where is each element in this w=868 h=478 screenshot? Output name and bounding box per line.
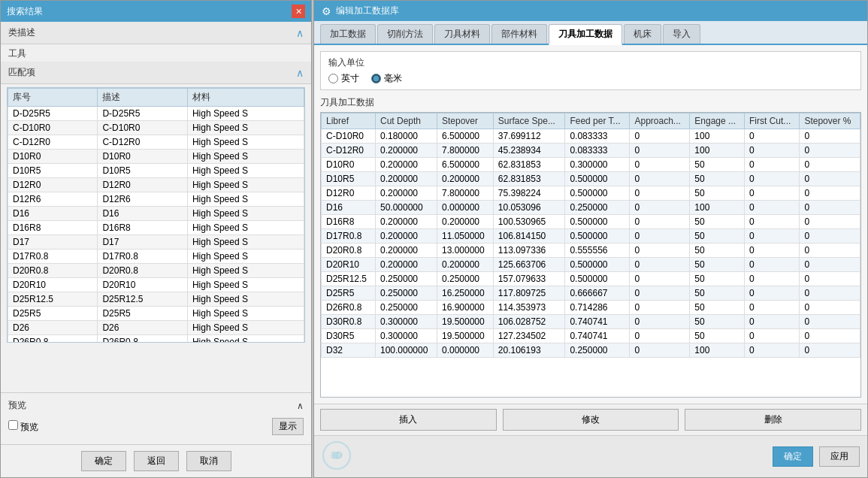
table-row[interactable]: D25R50.25000016.250000117.8097250.666667… bbox=[322, 286, 860, 301]
cell-material: High Speed S bbox=[187, 235, 304, 250]
table-row[interactable]: D26R0.80.25000016.900000114.3539730.7142… bbox=[322, 301, 860, 315]
category-label: 类描述 bbox=[8, 26, 35, 39]
table-row[interactable]: D10R00.2000006.50000062.8318530.30000005… bbox=[322, 158, 860, 172]
list-item[interactable]: D16R8D16R8High Speed S bbox=[8, 221, 304, 235]
table-cell: 62.831853 bbox=[493, 172, 565, 186]
table-row[interactable]: D20R0.80.20000013.000000113.0973360.5555… bbox=[322, 244, 860, 258]
table-cell: 50 bbox=[690, 158, 745, 172]
tab-1[interactable]: 切削方法 bbox=[377, 24, 433, 44]
table-cell: 0 bbox=[630, 201, 690, 215]
list-item[interactable]: D25R5D25R5High Speed S bbox=[8, 307, 304, 321]
table-cell: 0 bbox=[800, 144, 860, 158]
table-cell: 0.500000 bbox=[565, 186, 630, 201]
table-cell: 0.555556 bbox=[565, 244, 630, 258]
table-cell: 62.831853 bbox=[493, 158, 565, 172]
unit-mm-radio[interactable] bbox=[371, 74, 381, 83]
table-row[interactable]: D10R50.2000000.20000062.8318530.50000005… bbox=[322, 172, 860, 186]
list-item[interactable]: D26R0.8D26R0.8High Speed S bbox=[8, 335, 304, 343]
cell-material: High Speed S bbox=[187, 207, 304, 221]
modify-button[interactable]: 修改 bbox=[503, 409, 679, 431]
table-row[interactable]: C-D12R00.2000007.80000045.2389340.083333… bbox=[322, 144, 860, 158]
tab-3[interactable]: 部件材料 bbox=[491, 24, 547, 44]
list-item[interactable]: D17R0.8D17R0.8High Speed S bbox=[8, 250, 304, 264]
cancel-button[interactable]: 取消 bbox=[186, 451, 231, 471]
tab-0[interactable]: 加工数据 bbox=[320, 24, 376, 44]
table-cell: 0 bbox=[800, 244, 860, 258]
list-item[interactable]: D17D17High Speed S bbox=[8, 235, 304, 250]
preview-checkbox[interactable] bbox=[8, 420, 18, 430]
unit-inch-label[interactable]: 英寸 bbox=[328, 72, 359, 85]
table-cell: 75.398224 bbox=[493, 186, 565, 201]
back-button[interactable]: 返回 bbox=[134, 451, 179, 471]
right-title-bar: ⚙ 编辑加工数据库 bbox=[314, 1, 867, 21]
left-panel-title: 搜索结果 bbox=[7, 5, 43, 18]
col-id: 库号 bbox=[8, 89, 98, 107]
table-cell: 0 bbox=[745, 186, 800, 201]
unit-mm-label[interactable]: 毫米 bbox=[371, 72, 402, 85]
cell-material: High Speed S bbox=[187, 278, 304, 292]
table-row[interactable]: D17R0.80.20000011.050000106.8141500.5000… bbox=[322, 229, 860, 244]
table-cell: 0.180000 bbox=[375, 129, 437, 144]
tab-2[interactable]: 刀具材料 bbox=[434, 24, 490, 44]
display-button[interactable]: 显示 bbox=[272, 418, 304, 435]
list-item[interactable]: D10R5D10R5High Speed S bbox=[8, 164, 304, 178]
table-cell: 7.800000 bbox=[437, 144, 493, 158]
table-row[interactable]: D16R80.2000000.200000100.5309650.5000000… bbox=[322, 215, 860, 229]
close-button[interactable]: ✕ bbox=[292, 5, 305, 18]
list-item[interactable]: C-D10R0C-D10R0High Speed S bbox=[8, 121, 304, 135]
table-cell: 6.500000 bbox=[437, 158, 493, 172]
table-row[interactable]: D30R50.30000019.500000127.2345020.740741… bbox=[322, 329, 860, 343]
preview-title: 预览 bbox=[8, 399, 26, 412]
table-row[interactable]: D12R00.2000007.80000075.3982240.50000005… bbox=[322, 186, 860, 201]
list-item[interactable]: D20R0.8D20R0.8High Speed S bbox=[8, 264, 304, 278]
list-item[interactable]: D10R0D10R0High Speed S bbox=[8, 150, 304, 164]
table-cell: D16 bbox=[322, 201, 376, 215]
footer-confirm-button[interactable]: 确定 bbox=[773, 446, 813, 467]
table-cell: 0 bbox=[630, 286, 690, 301]
list-item[interactable]: C-D12R0C-D12R0High Speed S bbox=[8, 135, 304, 150]
list-item[interactable]: D16D16High Speed S bbox=[8, 207, 304, 221]
table-row[interactable]: D1650.0000000.00000010.0530960.250000010… bbox=[322, 201, 860, 215]
table-cell: 0.200000 bbox=[375, 229, 437, 244]
table-cell: 0 bbox=[800, 315, 860, 329]
table-row[interactable]: C-D10R00.1800006.50000037.6991120.083333… bbox=[322, 129, 860, 144]
tab-4[interactable]: 刀具加工数据 bbox=[549, 24, 622, 45]
cell-id: D12R6 bbox=[8, 192, 98, 207]
table-cell: 0 bbox=[800, 229, 860, 244]
data-table: LibrefCut DepthStepoverSurface Spe...Fee… bbox=[321, 113, 860, 358]
table-cell: 0 bbox=[800, 215, 860, 229]
insert-button[interactable]: 插入 bbox=[320, 409, 497, 431]
confirm-button[interactable]: 确定 bbox=[81, 451, 126, 471]
table-cell: 0.250000 bbox=[375, 272, 437, 286]
list-item[interactable]: D-D25R5D-D25R5High Speed S bbox=[8, 107, 304, 121]
table-row[interactable]: D20R100.2000000.200000125.6637060.500000… bbox=[322, 258, 860, 272]
data-table-wrapper[interactable]: LibrefCut DepthStepoverSurface Spe...Fee… bbox=[320, 112, 861, 398]
cell-material: High Speed S bbox=[187, 192, 304, 207]
cell-desc: D20R10 bbox=[98, 278, 187, 292]
table-cell: 0.200000 bbox=[375, 144, 437, 158]
cell-material: High Speed S bbox=[187, 264, 304, 278]
unit-inch-radio[interactable] bbox=[328, 74, 338, 83]
table-cell: 106.028752 bbox=[493, 315, 565, 329]
footer-apply-button[interactable]: 应用 bbox=[819, 446, 860, 467]
tab-6[interactable]: 导入 bbox=[663, 24, 700, 44]
delete-button[interactable]: 删除 bbox=[685, 409, 861, 431]
match-table-scroll[interactable]: 库号 描述 材料 D-D25R5D-D25R5High Speed SC-D10… bbox=[7, 87, 305, 343]
table-cell: 50 bbox=[690, 272, 745, 286]
table-header-cell: Stepover % bbox=[800, 113, 860, 129]
tab-5[interactable]: 机床 bbox=[624, 24, 661, 44]
table-cell: 100 bbox=[690, 129, 745, 144]
cell-id: D26 bbox=[8, 321, 98, 335]
table-row[interactable]: D32100.0000000.00000020.1061930.25000001… bbox=[322, 343, 860, 358]
list-item[interactable]: D25R12.5D25R12.5High Speed S bbox=[8, 292, 304, 307]
list-item[interactable]: D12R6D12R6High Speed S bbox=[8, 192, 304, 207]
cell-id: D17R0.8 bbox=[8, 250, 98, 264]
list-item[interactable]: D20R10D20R10High Speed S bbox=[8, 278, 304, 292]
table-cell: 45.238934 bbox=[493, 144, 565, 158]
table-row[interactable]: D25R12.50.2500000.250000157.0796330.5000… bbox=[322, 272, 860, 286]
preview-checkbox-label[interactable]: 预览 bbox=[8, 420, 38, 434]
list-item[interactable]: D26D26High Speed S bbox=[8, 321, 304, 335]
table-row[interactable]: D30R0.80.30000019.500000106.0287520.7407… bbox=[322, 315, 860, 329]
list-item[interactable]: D12R0D12R0High Speed S bbox=[8, 178, 304, 192]
table-cell: 0 bbox=[630, 158, 690, 172]
